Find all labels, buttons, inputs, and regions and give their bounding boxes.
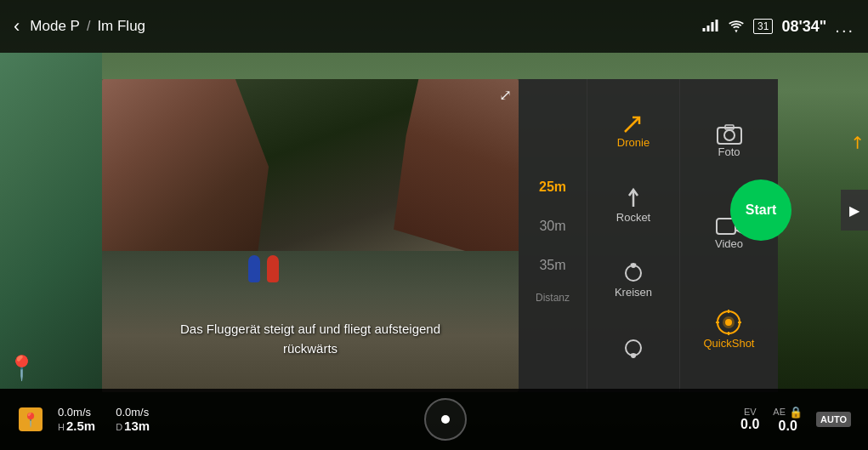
quickshot-label: QuickShot [704, 337, 755, 350]
start-button[interactable]: Start [730, 179, 791, 241]
svg-point-11 [724, 130, 735, 140]
map-pin-icon: 📍 [7, 354, 37, 382]
signal-icon [702, 20, 719, 33]
distance-25m[interactable]: 25m [519, 168, 587, 207]
status-bar: ‹ Mode P / Im Flug 31 08'34" ... [0, 0, 868, 53]
kreisen-icon [621, 260, 646, 286]
svg-text:📍: 📍 [22, 412, 39, 428]
rock-right [394, 79, 519, 267]
video-subtitle: Das Fluggerät steigt auf und fliegt aufs… [102, 320, 519, 358]
foto-icon [716, 122, 743, 145]
ev-group: EV 0.0 [740, 407, 759, 432]
svg-point-16 [725, 319, 732, 326]
quickshot-icon [714, 308, 743, 337]
ae-label-row: AE 🔒 [773, 406, 803, 419]
rocket-icon [621, 185, 646, 211]
back-button[interactable]: ‹ [14, 15, 20, 37]
wifi-icon [728, 20, 745, 33]
mode-kreisen-label: Kreisen [615, 286, 652, 299]
h-label: H [58, 422, 65, 432]
distance-column: 25m 30m 35m Distanz [519, 79, 587, 392]
h-alt-group: H 2.5m [58, 419, 95, 433]
d-speed-value: 0.0m/s [116, 406, 150, 419]
h-speed-group: 0.0m/s H 2.5m [58, 406, 95, 433]
mode-dronie[interactable]: Dronie [587, 104, 679, 156]
d-dist-group: D 13m [116, 419, 150, 433]
video-content: ⤢ Das Fluggerät steigt auf und fliegt au… [102, 79, 519, 392]
joystick-dot [441, 415, 450, 424]
video-area: ⤢ Das Fluggerät steigt auf und fliegt au… [102, 79, 519, 392]
dronie-icon [621, 111, 646, 136]
separator: / [87, 19, 90, 34]
bottom-bar: 📍 0.0m/s H 2.5m 0.0m/s D 13m EV 0.0 AE � [0, 389, 868, 450]
h-speed-value: 0.0m/s [58, 406, 95, 419]
d-speed-group: 0.0m/s D 13m [116, 406, 150, 433]
ae-group: AE 🔒 0.0 [773, 406, 803, 434]
action-foto[interactable]: Foto [711, 117, 748, 163]
h-value: 2.5m [66, 419, 95, 433]
video-label: Video [715, 237, 743, 250]
distance-label: Distanz [536, 292, 570, 304]
mode-label: Mode P [30, 18, 80, 35]
mode-dronie-label: Dronie [617, 136, 650, 149]
ev-label: EV [744, 407, 757, 417]
distance-35m[interactable]: 35m [519, 246, 587, 285]
status-icons: 31 08'34" ... [702, 17, 854, 37]
mode-rocket-label: Rocket [616, 211, 650, 224]
ae-label: AE [773, 407, 786, 417]
d-label: D [116, 422, 122, 432]
figures-area [248, 255, 279, 282]
time-display: 08'34" [781, 18, 826, 36]
ae-value: 0.0 [779, 419, 797, 434]
distance-30m[interactable]: 30m [519, 207, 587, 246]
map-button[interactable]: 📍 [17, 406, 44, 433]
mode-rocket[interactable]: Rocket [587, 179, 679, 231]
figure-person-2 [267, 255, 279, 282]
right-panel: 25m 30m 35m Distanz Dronie Rocket [519, 79, 778, 392]
mode4-icon [621, 335, 646, 361]
ev-value: 0.0 [740, 417, 759, 432]
bottom-right: EV 0.0 AE 🔒 0.0 AUTO [740, 406, 851, 434]
fullscreen-button[interactable]: ⤢ [499, 86, 512, 105]
action-quickshot[interactable]: QuickShot [699, 303, 760, 355]
d-value: 13m [124, 419, 150, 433]
bottom-center [156, 398, 734, 441]
map-area: 📍 [0, 53, 102, 389]
flight-status: Im Flug [97, 18, 145, 35]
auto-badge: AUTO [816, 412, 851, 427]
mode-column: Dronie Rocket Kreisen [587, 79, 680, 392]
battery-icon: 31 [753, 19, 773, 34]
joystick-indicator [424, 398, 467, 441]
svg-line-4 [625, 117, 639, 132]
figure-person-1 [248, 255, 260, 282]
play-button[interactable]: ▶ [841, 190, 868, 231]
foto-label: Foto [718, 145, 740, 158]
lock-icon: 🔒 [789, 406, 803, 419]
mode-4[interactable] [587, 328, 679, 367]
more-button[interactable]: ... [835, 17, 854, 37]
mode-kreisen[interactable]: Kreisen [587, 253, 679, 305]
